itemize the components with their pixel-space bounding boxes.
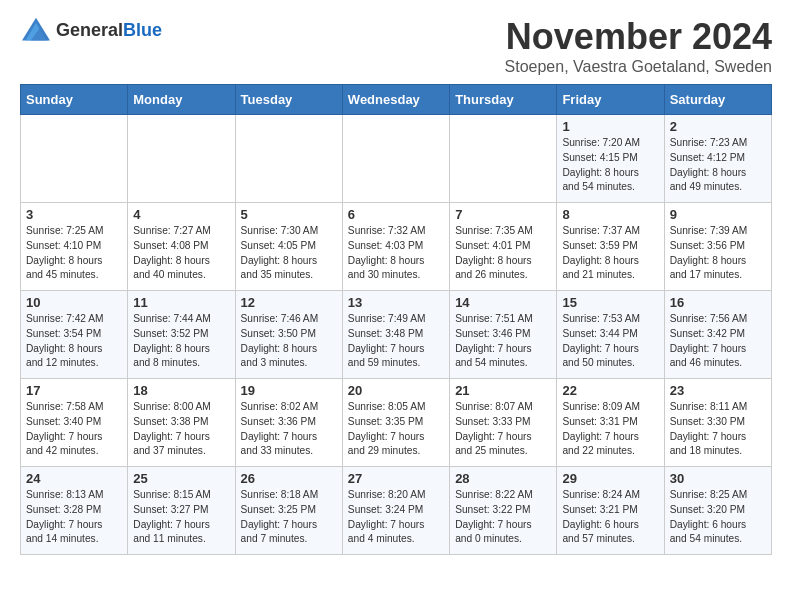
calendar-week-2: 3Sunrise: 7:25 AM Sunset: 4:10 PM Daylig… xyxy=(21,203,772,291)
day-number: 1 xyxy=(562,119,658,134)
header-cell-monday: Monday xyxy=(128,85,235,115)
calendar-week-4: 17Sunrise: 7:58 AM Sunset: 3:40 PM Dayli… xyxy=(21,379,772,467)
day-info: Sunrise: 7:58 AM Sunset: 3:40 PM Dayligh… xyxy=(26,400,122,459)
calendar-cell: 12Sunrise: 7:46 AM Sunset: 3:50 PM Dayli… xyxy=(235,291,342,379)
day-info: Sunrise: 7:30 AM Sunset: 4:05 PM Dayligh… xyxy=(241,224,337,283)
calendar-cell xyxy=(342,115,449,203)
calendar-cell: 26Sunrise: 8:18 AM Sunset: 3:25 PM Dayli… xyxy=(235,467,342,555)
day-info: Sunrise: 7:20 AM Sunset: 4:15 PM Dayligh… xyxy=(562,136,658,195)
calendar-cell: 22Sunrise: 8:09 AM Sunset: 3:31 PM Dayli… xyxy=(557,379,664,467)
calendar-body: 1Sunrise: 7:20 AM Sunset: 4:15 PM Daylig… xyxy=(21,115,772,555)
day-info: Sunrise: 7:49 AM Sunset: 3:48 PM Dayligh… xyxy=(348,312,444,371)
calendar-cell: 15Sunrise: 7:53 AM Sunset: 3:44 PM Dayli… xyxy=(557,291,664,379)
day-info: Sunrise: 8:20 AM Sunset: 3:24 PM Dayligh… xyxy=(348,488,444,547)
calendar-cell xyxy=(235,115,342,203)
day-info: Sunrise: 7:46 AM Sunset: 3:50 PM Dayligh… xyxy=(241,312,337,371)
day-number: 22 xyxy=(562,383,658,398)
calendar-cell: 7Sunrise: 7:35 AM Sunset: 4:01 PM Daylig… xyxy=(450,203,557,291)
day-number: 8 xyxy=(562,207,658,222)
header-cell-friday: Friday xyxy=(557,85,664,115)
logo-wordmark: GeneralBlue xyxy=(56,20,162,41)
day-info: Sunrise: 7:25 AM Sunset: 4:10 PM Dayligh… xyxy=(26,224,122,283)
calendar-week-3: 10Sunrise: 7:42 AM Sunset: 3:54 PM Dayli… xyxy=(21,291,772,379)
calendar-cell: 29Sunrise: 8:24 AM Sunset: 3:21 PM Dayli… xyxy=(557,467,664,555)
day-number: 21 xyxy=(455,383,551,398)
logo-icon xyxy=(20,16,52,44)
calendar-cell: 9Sunrise: 7:39 AM Sunset: 3:56 PM Daylig… xyxy=(664,203,771,291)
header-cell-tuesday: Tuesday xyxy=(235,85,342,115)
day-info: Sunrise: 8:18 AM Sunset: 3:25 PM Dayligh… xyxy=(241,488,337,547)
day-info: Sunrise: 8:25 AM Sunset: 3:20 PM Dayligh… xyxy=(670,488,766,547)
header: GeneralBlue November 2024 Stoepen, Vaest… xyxy=(20,16,772,76)
day-number: 24 xyxy=(26,471,122,486)
day-info: Sunrise: 7:44 AM Sunset: 3:52 PM Dayligh… xyxy=(133,312,229,371)
calendar-cell: 28Sunrise: 8:22 AM Sunset: 3:22 PM Dayli… xyxy=(450,467,557,555)
day-number: 29 xyxy=(562,471,658,486)
day-number: 9 xyxy=(670,207,766,222)
calendar-cell: 13Sunrise: 7:49 AM Sunset: 3:48 PM Dayli… xyxy=(342,291,449,379)
day-number: 7 xyxy=(455,207,551,222)
day-number: 30 xyxy=(670,471,766,486)
header-cell-saturday: Saturday xyxy=(664,85,771,115)
logo-general: General xyxy=(56,20,123,40)
calendar-cell: 18Sunrise: 8:00 AM Sunset: 3:38 PM Dayli… xyxy=(128,379,235,467)
day-number: 3 xyxy=(26,207,122,222)
day-number: 26 xyxy=(241,471,337,486)
title-area: November 2024 Stoepen, Vaestra Goetaland… xyxy=(505,16,772,76)
calendar-cell: 20Sunrise: 8:05 AM Sunset: 3:35 PM Dayli… xyxy=(342,379,449,467)
day-number: 23 xyxy=(670,383,766,398)
calendar-cell: 4Sunrise: 7:27 AM Sunset: 4:08 PM Daylig… xyxy=(128,203,235,291)
calendar-cell: 30Sunrise: 8:25 AM Sunset: 3:20 PM Dayli… xyxy=(664,467,771,555)
calendar-cell: 2Sunrise: 7:23 AM Sunset: 4:12 PM Daylig… xyxy=(664,115,771,203)
logo-blue: Blue xyxy=(123,20,162,40)
day-info: Sunrise: 8:11 AM Sunset: 3:30 PM Dayligh… xyxy=(670,400,766,459)
day-number: 28 xyxy=(455,471,551,486)
calendar-cell xyxy=(450,115,557,203)
day-number: 13 xyxy=(348,295,444,310)
header-cell-thursday: Thursday xyxy=(450,85,557,115)
day-number: 20 xyxy=(348,383,444,398)
day-number: 10 xyxy=(26,295,122,310)
logo: GeneralBlue xyxy=(20,16,162,44)
day-number: 16 xyxy=(670,295,766,310)
day-number: 18 xyxy=(133,383,229,398)
calendar-cell: 25Sunrise: 8:15 AM Sunset: 3:27 PM Dayli… xyxy=(128,467,235,555)
day-info: Sunrise: 7:56 AM Sunset: 3:42 PM Dayligh… xyxy=(670,312,766,371)
header-cell-wednesday: Wednesday xyxy=(342,85,449,115)
day-info: Sunrise: 8:15 AM Sunset: 3:27 PM Dayligh… xyxy=(133,488,229,547)
day-info: Sunrise: 8:05 AM Sunset: 3:35 PM Dayligh… xyxy=(348,400,444,459)
calendar-week-1: 1Sunrise: 7:20 AM Sunset: 4:15 PM Daylig… xyxy=(21,115,772,203)
calendar-cell: 6Sunrise: 7:32 AM Sunset: 4:03 PM Daylig… xyxy=(342,203,449,291)
calendar-cell xyxy=(21,115,128,203)
day-info: Sunrise: 8:24 AM Sunset: 3:21 PM Dayligh… xyxy=(562,488,658,547)
day-number: 5 xyxy=(241,207,337,222)
calendar-cell: 11Sunrise: 7:44 AM Sunset: 3:52 PM Dayli… xyxy=(128,291,235,379)
calendar-cell: 14Sunrise: 7:51 AM Sunset: 3:46 PM Dayli… xyxy=(450,291,557,379)
calendar-header: SundayMondayTuesdayWednesdayThursdayFrid… xyxy=(21,85,772,115)
calendar-cell: 23Sunrise: 8:11 AM Sunset: 3:30 PM Dayli… xyxy=(664,379,771,467)
day-info: Sunrise: 7:27 AM Sunset: 4:08 PM Dayligh… xyxy=(133,224,229,283)
day-info: Sunrise: 7:53 AM Sunset: 3:44 PM Dayligh… xyxy=(562,312,658,371)
calendar-cell: 16Sunrise: 7:56 AM Sunset: 3:42 PM Dayli… xyxy=(664,291,771,379)
day-number: 27 xyxy=(348,471,444,486)
day-number: 17 xyxy=(26,383,122,398)
calendar-table: SundayMondayTuesdayWednesdayThursdayFrid… xyxy=(20,84,772,555)
day-info: Sunrise: 7:39 AM Sunset: 3:56 PM Dayligh… xyxy=(670,224,766,283)
calendar-cell: 1Sunrise: 7:20 AM Sunset: 4:15 PM Daylig… xyxy=(557,115,664,203)
day-info: Sunrise: 8:09 AM Sunset: 3:31 PM Dayligh… xyxy=(562,400,658,459)
day-number: 4 xyxy=(133,207,229,222)
day-info: Sunrise: 7:32 AM Sunset: 4:03 PM Dayligh… xyxy=(348,224,444,283)
day-info: Sunrise: 8:07 AM Sunset: 3:33 PM Dayligh… xyxy=(455,400,551,459)
day-number: 25 xyxy=(133,471,229,486)
day-number: 11 xyxy=(133,295,229,310)
page-subtitle: Stoepen, Vaestra Goetaland, Sweden xyxy=(505,58,772,76)
calendar-cell: 5Sunrise: 7:30 AM Sunset: 4:05 PM Daylig… xyxy=(235,203,342,291)
calendar-cell: 19Sunrise: 8:02 AM Sunset: 3:36 PM Dayli… xyxy=(235,379,342,467)
calendar-cell: 24Sunrise: 8:13 AM Sunset: 3:28 PM Dayli… xyxy=(21,467,128,555)
day-number: 2 xyxy=(670,119,766,134)
calendar-cell: 3Sunrise: 7:25 AM Sunset: 4:10 PM Daylig… xyxy=(21,203,128,291)
calendar-cell: 17Sunrise: 7:58 AM Sunset: 3:40 PM Dayli… xyxy=(21,379,128,467)
day-info: Sunrise: 8:22 AM Sunset: 3:22 PM Dayligh… xyxy=(455,488,551,547)
day-number: 15 xyxy=(562,295,658,310)
day-info: Sunrise: 8:13 AM Sunset: 3:28 PM Dayligh… xyxy=(26,488,122,547)
